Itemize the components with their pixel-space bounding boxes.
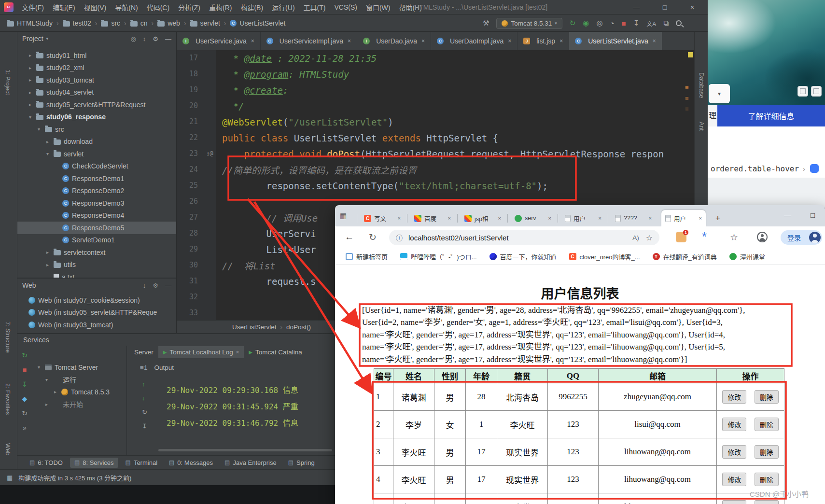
close-tab-icon[interactable]: × xyxy=(251,38,254,44)
favorite-star-icon[interactable]: ☆ xyxy=(646,233,653,242)
expand-arrow-icon[interactable]: ▸ xyxy=(46,139,54,144)
tool-window-tab[interactable]: ▤ Java Enterprise xyxy=(220,458,281,468)
project-tree-item[interactable]: ▸ servletcontext xyxy=(17,246,176,259)
delete-button[interactable]: 删除 xyxy=(755,445,779,459)
window-thumb-icon[interactable] xyxy=(797,86,808,97)
editor-tab[interactable]: UserServiceImpl.java × xyxy=(261,32,357,50)
tool-window-button[interactable]: Database xyxy=(698,72,705,98)
tool-window-button[interactable]: 1: Project xyxy=(4,70,11,95)
bookmark-item[interactable]: 潭州课堂 xyxy=(729,252,765,261)
menu-item[interactable]: 重构(R) xyxy=(205,2,236,12)
extension-icon[interactable]: 1 xyxy=(676,232,686,242)
refresh-icon[interactable]: ↻ xyxy=(142,408,147,416)
breadcrumb-item[interactable]: HTMLStudy xyxy=(7,19,63,27)
browser-tab[interactable]: 用户 × xyxy=(561,210,605,226)
menu-item[interactable]: 工具(T) xyxy=(299,2,330,12)
expand-arrow-icon[interactable]: ▸ xyxy=(29,65,36,70)
gear-icon[interactable]: ⚙ xyxy=(153,282,158,289)
gutter-marker-icon[interactable] xyxy=(204,194,216,210)
refresh-icon[interactable]: ↻ xyxy=(22,351,28,359)
project-tree-item[interactable]: ▸ download xyxy=(17,136,176,148)
menu-item[interactable]: 导航(N) xyxy=(111,2,142,12)
close-tab-icon[interactable]: × xyxy=(498,215,501,221)
bookmark-item[interactable]: 百度一下，你就知道 xyxy=(489,252,557,261)
edit-button[interactable]: 修改 xyxy=(722,445,746,459)
expand-arrow-icon[interactable]: ▾ xyxy=(38,364,45,370)
bookmark-item[interactable]: 新建标签页 xyxy=(346,252,388,261)
sync-icon[interactable]: ↻ xyxy=(22,409,28,417)
console-tab[interactable]: ▶ Server × xyxy=(129,346,158,358)
project-tree-item[interactable]: ▾ servlet xyxy=(17,148,176,160)
coverage-icon[interactable]: ◎ xyxy=(596,19,602,28)
close-tab-icon[interactable]: × xyxy=(559,38,563,44)
build-hammer-icon[interactable]: ⚒ xyxy=(483,19,489,28)
services-tree-item[interactable]: ▾ Tomcat Server xyxy=(34,361,126,374)
expand-arrow-icon[interactable]: ▸ xyxy=(29,102,36,107)
tool-window-button[interactable]: 2: Favorites xyxy=(4,383,11,415)
collapse-all-icon[interactable]: ↕ xyxy=(143,35,146,42)
console-log[interactable]: 29-Nov-2022 09:29:30.168 信息29-Nov-2022 0… xyxy=(167,382,298,432)
editor-tab[interactable]: UserDao.java × xyxy=(357,32,431,50)
project-tree-item[interactable]: ▸ study04_servlet xyxy=(17,86,176,99)
gutter-marker-icon[interactable] xyxy=(204,66,216,82)
menu-item[interactable]: 分析(Z) xyxy=(174,2,205,12)
close-tab-icon[interactable]: × xyxy=(699,215,702,221)
gear-icon[interactable]: ⚙ xyxy=(153,35,158,42)
browser-tab[interactable]: 百度 × xyxy=(410,210,455,226)
menu-item[interactable]: 窗口(W) xyxy=(362,2,395,12)
debug-icon[interactable]: ◉ xyxy=(583,19,589,28)
project-tree-item[interactable]: ▾ src xyxy=(17,123,176,136)
edit-button[interactable]: 修改 xyxy=(722,418,746,431)
editor-tab[interactable]: list.jsp × xyxy=(517,32,569,50)
back-icon[interactable]: ← xyxy=(345,232,354,242)
close-tab-icon[interactable]: × xyxy=(653,38,656,44)
close-icon[interactable]: × xyxy=(680,0,704,14)
delete-button[interactable]: 删除 xyxy=(755,500,779,504)
project-tree-item[interactable]: a.txt xyxy=(17,271,176,278)
download-icon[interactable]: ↧ xyxy=(22,380,28,388)
browser-tab[interactable]: ???? × xyxy=(611,210,656,226)
web-config-item[interactable]: Web (in study07_cookie&session) xyxy=(17,294,176,307)
gutter-marker-icon[interactable] xyxy=(204,257,216,273)
editor-tab[interactable]: UserDaoImpl.java × xyxy=(431,32,517,50)
edit-button[interactable]: 修改 xyxy=(722,500,746,504)
dropdown-chevron[interactable]: ▾ xyxy=(709,84,730,103)
breadcrumb-item[interactable]: test02 xyxy=(63,19,101,27)
expand-arrow-icon[interactable]: ▸ xyxy=(54,389,61,394)
close-tab-icon[interactable]: × xyxy=(398,215,401,221)
expand-arrow-icon[interactable]: ▸ xyxy=(46,262,54,267)
extension-snowflake-icon[interactable]: * xyxy=(702,229,707,244)
delete-button[interactable]: 删除 xyxy=(755,418,779,431)
browser-tab[interactable]: jsp相 × xyxy=(461,210,505,226)
new-tab-icon[interactable]: + xyxy=(715,214,720,222)
tool-window-button[interactable]: 7: Structure xyxy=(4,322,11,353)
breadcrumb-item[interactable]: cn xyxy=(130,19,157,27)
close-tab-icon[interactable]: × xyxy=(548,215,551,221)
gutter-marker-icon[interactable] xyxy=(204,305,216,320)
browser-tab[interactable]: serv × xyxy=(511,210,555,226)
gutter-marker-icon[interactable] xyxy=(204,178,216,194)
read-aloud-icon[interactable]: A) xyxy=(632,234,639,241)
collapse-all-icon[interactable]: ↕ xyxy=(143,282,146,289)
window-thumb-icon[interactable] xyxy=(811,86,822,97)
delete-button[interactable]: 删除 xyxy=(755,390,779,404)
services-tree-item[interactable]: ▸ 未开始 xyxy=(34,398,126,411)
project-tree-item[interactable]: ▸ study01_html xyxy=(17,49,176,62)
breadcrumb-method[interactable]: doPost() xyxy=(286,323,311,331)
address-bar[interactable]: ⓘ localhost/test02/userListServlet A) ☆ xyxy=(389,230,659,245)
expand-arrow-icon[interactable]: ▾ xyxy=(45,377,53,382)
close-tab-icon[interactable]: × xyxy=(508,38,511,44)
breadcrumb-item[interactable]: src xyxy=(101,19,130,27)
site-info-icon[interactable]: ⓘ xyxy=(396,233,403,242)
tool-window-tab[interactable]: ▤ 6: TODO xyxy=(25,458,67,468)
project-tree-item[interactable]: ResponseDemo5 xyxy=(17,222,176,234)
share-icon[interactable] xyxy=(810,164,819,173)
editor-tab[interactable]: UserListServlet.java × xyxy=(569,32,662,50)
tool-window-tab[interactable]: ▤ 8: Services xyxy=(70,458,118,468)
horizontal-scrollbar[interactable] xyxy=(158,449,332,451)
edit-button[interactable]: 修改 xyxy=(722,473,746,486)
stop-icon[interactable]: ■ xyxy=(622,19,626,28)
console-tab[interactable]: ▶ Tomcat Catalina × xyxy=(244,346,307,358)
expand-arrow-icon[interactable]: ▸ xyxy=(45,402,53,407)
gutter-marker-icon[interactable] xyxy=(204,241,216,257)
